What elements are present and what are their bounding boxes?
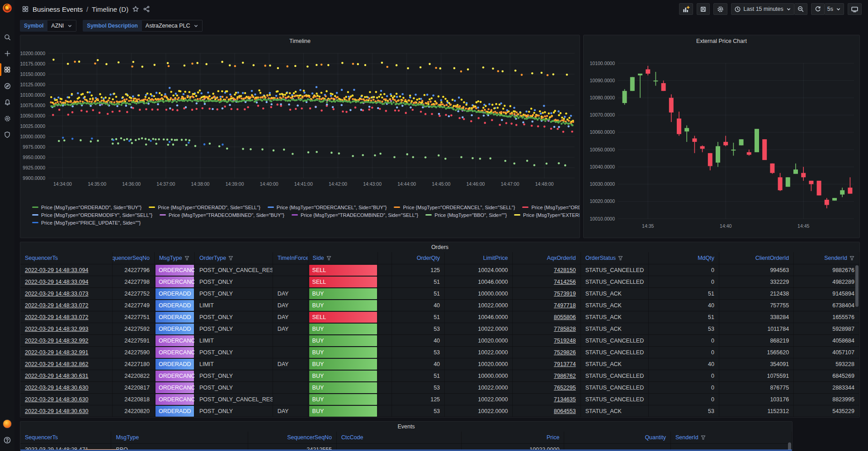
zoom-out-button[interactable] (794, 3, 807, 15)
sidebar-item-configuration[interactable] (0, 110, 14, 127)
column-header-quantity[interactable]: Quantity (564, 432, 671, 443)
star-button[interactable] (132, 5, 139, 13)
dashboard-page-title[interactable]: Timeline (D) (92, 5, 128, 13)
table-cell: 53 (392, 405, 445, 417)
cell-link[interactable]: 7414256 (554, 279, 576, 285)
column-header-aqxorderid[interactable]: AqxOrderId (513, 252, 580, 264)
cell-link[interactable]: 2022-03-29 14:48:32.993 (25, 326, 88, 332)
cell-link[interactable]: 2022-03-29 14:48:32.992 (25, 338, 88, 344)
cell-link[interactable]: 2022-03-29 14:48:33.072 (25, 314, 88, 320)
filter-funnel-icon[interactable] (184, 256, 189, 261)
grafana-logo[interactable] (2, 3, 13, 14)
cell-link[interactable]: 2022-03-29 14:48:33.094 (25, 267, 88, 273)
cell-link[interactable]: 2022-03-29 14:48:32.991 (25, 349, 88, 356)
table-cell: 2022-03-29 14:48:32.992 (20, 335, 113, 346)
save-dashboard-button[interactable] (697, 3, 710, 15)
timeline-scatter-chart[interactable]: 9900.00009925.00009950.00009975.00001000… (20, 47, 579, 202)
legend-item[interactable]: Price {MsgType="BBO", Side=""} (425, 212, 507, 218)
candlestick-chart[interactable]: 10010.000010020.000010030.000010040.0000… (584, 47, 857, 237)
table-scrollbar[interactable] (855, 265, 859, 307)
column-header-msgtype[interactable]: MsgType (155, 252, 195, 264)
legend-item[interactable]: Price {MsgType="TRADECOMBINED", Side="SE… (292, 212, 418, 218)
sidebar-item-dashboards[interactable] (0, 61, 14, 78)
symbol-variable-dropdown[interactable]: AZNl (47, 20, 76, 32)
symbol-description-dropdown[interactable]: AstraZeneca PLC (142, 20, 203, 32)
legend-item[interactable]: Price {MsgType="ORDERMODIFY", Side="BUY"… (522, 205, 580, 210)
legend-item[interactable]: Price {MsgType="ORDERMODIFY", Side="SELL… (32, 212, 152, 218)
panel-title[interactable]: Orders (20, 242, 859, 252)
legend-item[interactable]: Price {MsgType="ORDERCANCEL", Side="BUY"… (268, 205, 387, 210)
legend-item[interactable]: Price {MsgType="TRADECOMBINED", Side="BU… (160, 212, 284, 218)
cell-link[interactable]: 7134635 (554, 396, 576, 403)
sidebar-item-profile[interactable] (0, 416, 14, 432)
sidebar-item-alerting[interactable] (0, 94, 14, 110)
cell-link[interactable]: 8064553 (554, 408, 576, 414)
cell-link[interactable]: 8055806 (554, 314, 576, 320)
add-panel-button[interactable] (679, 3, 693, 15)
table-cell: DAY (273, 323, 308, 334)
cell-link[interactable]: 7519248 (554, 338, 576, 344)
dashboards-grid-icon[interactable] (22, 5, 29, 13)
filter-funnel-icon[interactable] (228, 256, 233, 261)
filter-funnel-icon[interactable] (618, 256, 623, 261)
cell-link[interactable]: 7497718 (554, 302, 576, 309)
filter-funnel-icon[interactable] (326, 256, 331, 261)
share-button[interactable] (143, 5, 150, 13)
cell-link[interactable]: 2022-03-29 14:48:32.862 (25, 361, 88, 367)
cell-link[interactable]: 7986762 (554, 373, 576, 379)
column-header-orderstatus[interactable]: OrderStatus (581, 252, 649, 264)
dashboard-settings-button[interactable] (713, 3, 727, 15)
filter-funnel-icon[interactable] (701, 435, 706, 440)
column-header-side[interactable]: Side (308, 252, 378, 264)
cell-link[interactable]: 2022-03-29 14:48:30.631 (25, 373, 88, 379)
cell-link[interactable]: 7785828 (554, 326, 576, 332)
column-header-orderqty[interactable]: OrderQty (392, 252, 445, 264)
cell-link[interactable]: 2022-03-29 14:48:30.630 (25, 408, 88, 414)
filter-funnel-icon[interactable] (849, 256, 854, 261)
column-header-sequencerseqno[interactable]: SequencerSeqNo (113, 252, 155, 264)
column-header-limitprice[interactable]: LimitPrice (445, 252, 513, 264)
column-header-mdqty[interactable]: MdQty (649, 252, 719, 264)
sidebar-item-create[interactable] (0, 45, 14, 61)
legend-item[interactable]: Price {MsgType="EXTERNAL_TRADE", Side=""… (514, 212, 580, 218)
column-header-clientorderid[interactable]: ClientOrderId (719, 252, 794, 264)
legend-item[interactable]: Price {MsgType="ORDERCANCEL", Side="SELL… (394, 205, 515, 210)
column-header-ctccode[interactable]: CtcCode (337, 432, 462, 443)
cell-link[interactable]: 2022-03-29 14:48:33.094 (25, 279, 88, 285)
cell-link[interactable]: 2022-03-29 14:48:33.073 (25, 291, 88, 297)
column-header-sequencerts[interactable]: SequencerTs (20, 252, 113, 264)
column-header-timeinforce[interactable]: TimeInForce (273, 252, 308, 264)
refresh-interval-dropdown[interactable]: 5s (825, 3, 844, 15)
cell-link[interactable]: 7913774 (554, 361, 576, 367)
sidebar-item-explore[interactable] (0, 78, 14, 94)
cell-link[interactable]: 2022-03-29 14:48:33.072 (25, 302, 88, 309)
cell-link[interactable]: 7652295 (554, 385, 576, 391)
column-header-sequencerseqno[interactable]: SequencerSeqNo (248, 432, 337, 443)
cell-link[interactable]: 7529826 (554, 349, 576, 356)
column-header-msgtype[interactable]: MsgType (111, 432, 248, 443)
refresh-button[interactable] (811, 3, 825, 15)
sidebar-item-search[interactable] (0, 29, 14, 45)
tv-mode-button[interactable] (848, 3, 862, 15)
dashboard-folder-title[interactable]: Business Events (33, 5, 83, 13)
column-header-senderid[interactable]: SenderId (794, 252, 859, 264)
column-header-sequencerts[interactable]: SequencerTs (20, 432, 111, 443)
column-header-ordertype[interactable]: OrderType (195, 252, 273, 264)
legend-item[interactable]: Price {MsgType="PRICE_UPDATE", Side=""} (32, 220, 141, 226)
table-cell: POST_ONLY_CANCEL_RESTING (195, 264, 273, 276)
sidebar-item-server-admin[interactable] (0, 127, 14, 143)
cell-link[interactable]: 2022-03-29 14:48:30.630 (25, 385, 88, 391)
cell-link[interactable]: 7573919 (554, 291, 576, 297)
sidebar-item-help[interactable] (0, 432, 14, 448)
cell-link[interactable]: 7428150 (554, 267, 576, 273)
panel-title[interactable]: External Price Chart (584, 35, 859, 47)
time-range-picker[interactable]: Last 15 minutes (731, 3, 794, 15)
panel-title[interactable]: Events (20, 422, 792, 432)
cell-link[interactable]: 2022-03-29 14:48:30.630 (25, 396, 88, 403)
column-header-price[interactable]: Price (462, 432, 564, 443)
legend-item[interactable]: Price {MsgType="ORDERADD", Side="SELL"} (149, 205, 260, 210)
column-header-senderid[interactable]: SenderId (671, 432, 792, 443)
legend-item[interactable]: Price {MsgType="ORDERADD", Side="BUY"} (32, 205, 142, 210)
table-row: 2022-03-29 14:48:30.63024220817ORDERCANC… (20, 382, 859, 394)
panel-title[interactable]: Timeline (20, 35, 580, 47)
